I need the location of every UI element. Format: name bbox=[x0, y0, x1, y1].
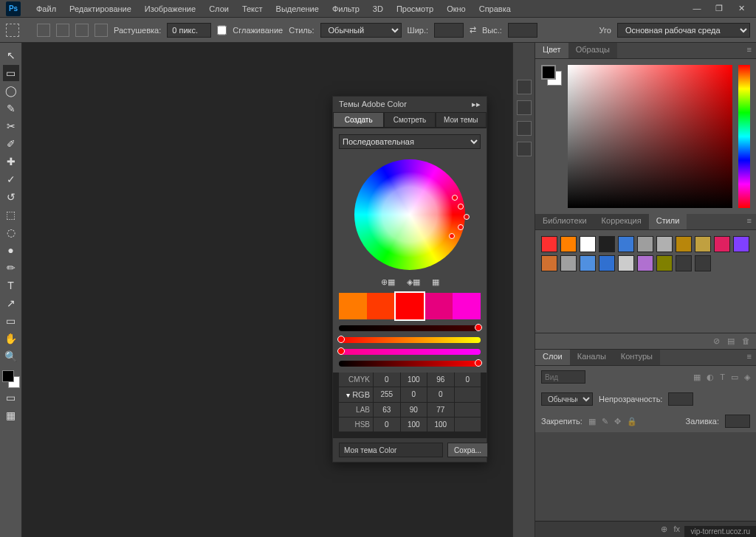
cmyk-label[interactable]: CMYK bbox=[339, 373, 373, 387]
layers-panel-option-icon-2[interactable]: ▤ bbox=[727, 336, 735, 346]
theme-name-input[interactable] bbox=[339, 443, 443, 457]
collapsed-panel-icon-3[interactable] bbox=[517, 121, 532, 136]
style-swatch-6[interactable] bbox=[656, 236, 673, 252]
layers-panel-menu-icon[interactable]: ≡ bbox=[743, 350, 756, 365]
color-swatches[interactable] bbox=[2, 370, 20, 388]
menu-text[interactable]: Текст bbox=[236, 4, 269, 13]
style-swatch-3[interactable] bbox=[599, 236, 615, 252]
menu-window[interactable]: Окно bbox=[440, 4, 472, 13]
rgb-b[interactable]: 0 bbox=[427, 387, 454, 402]
save-theme-button[interactable]: Сохра... bbox=[447, 443, 488, 457]
style-swatch-2[interactable] bbox=[580, 236, 596, 252]
panel-collapse-icon[interactable]: ▸▸ bbox=[472, 100, 481, 109]
tab-create[interactable]: Создать bbox=[333, 112, 384, 128]
swap-dimensions-icon[interactable]: ⇄ bbox=[470, 25, 476, 35]
width-input[interactable] bbox=[434, 23, 464, 38]
wheel-marker-4[interactable] bbox=[458, 224, 464, 230]
screenmode-tool[interactable]: ▦ bbox=[3, 407, 19, 423]
collapsed-panel-icon-1[interactable] bbox=[517, 80, 532, 94]
menu-select[interactable]: Выделение bbox=[269, 4, 326, 13]
tab-layers[interactable]: Слои bbox=[535, 350, 570, 365]
cmyk-m[interactable]: 100 bbox=[401, 373, 427, 387]
wheel-tool-set-active-icon[interactable]: ◈▦ bbox=[407, 277, 420, 287]
style-swatch-13[interactable] bbox=[580, 255, 596, 271]
link-layers-icon[interactable]: ⊕ bbox=[661, 524, 667, 534]
color-wheel[interactable] bbox=[354, 159, 465, 270]
lock-pixels-icon[interactable]: ✎ bbox=[602, 417, 608, 426]
eyedropper-tool[interactable]: ✐ bbox=[3, 136, 19, 152]
styles-panel-menu-icon[interactable]: ≡ bbox=[743, 214, 756, 229]
hsb-b[interactable]: 100 bbox=[427, 418, 454, 432]
style-swatch-1[interactable] bbox=[560, 236, 577, 252]
workspace-select[interactable]: Основная рабочая среда bbox=[617, 23, 750, 38]
brightness-slider-4[interactable] bbox=[339, 361, 481, 367]
tab-swatches[interactable]: Образцы bbox=[568, 43, 617, 58]
cmyk-c[interactable]: 0 bbox=[374, 373, 400, 387]
brightness-slider-2[interactable] bbox=[339, 337, 481, 343]
fill-input[interactable] bbox=[725, 415, 750, 428]
filter-shape-icon[interactable]: ▭ bbox=[731, 373, 738, 382]
menu-view[interactable]: Просмотр bbox=[390, 4, 440, 13]
lab-label[interactable]: LAB bbox=[339, 403, 373, 417]
wheel-marker-3[interactable] bbox=[464, 214, 470, 220]
lab-a[interactable]: 90 bbox=[401, 403, 427, 417]
style-swatch-10[interactable] bbox=[733, 236, 749, 252]
menu-3d[interactable]: 3D bbox=[366, 4, 390, 13]
color-field[interactable] bbox=[568, 65, 732, 208]
wheel-tool-add-icon[interactable]: ⊕▦ bbox=[381, 277, 395, 287]
style-swatch-8[interactable] bbox=[695, 236, 711, 252]
wheel-tool-grid-icon[interactable]: ▦ bbox=[432, 277, 439, 287]
style-swatch-empty-0[interactable] bbox=[676, 255, 692, 271]
lock-position-icon[interactable]: ✥ bbox=[614, 417, 621, 426]
result-swatch-1[interactable] bbox=[367, 293, 395, 319]
filter-pixel-icon[interactable]: ▦ bbox=[693, 373, 701, 382]
style-select[interactable]: Обычный bbox=[320, 23, 402, 38]
brightness-slider-3[interactable] bbox=[339, 349, 481, 355]
selection-mode-subtract-icon[interactable] bbox=[75, 24, 89, 37]
tab-channels[interactable]: Каналы bbox=[570, 350, 614, 365]
blur-tool[interactable]: ● bbox=[3, 242, 19, 258]
gradient-tool[interactable]: ◌ bbox=[3, 224, 19, 240]
selection-mode-add-icon[interactable] bbox=[56, 24, 69, 37]
filter-smart-icon[interactable]: ◈ bbox=[744, 373, 750, 382]
cmyk-k[interactable]: 0 bbox=[455, 373, 481, 387]
hsb-label[interactable]: HSB bbox=[339, 418, 373, 432]
shape-tool[interactable]: ▭ bbox=[3, 313, 19, 329]
style-swatch-12[interactable] bbox=[560, 255, 577, 271]
layers-list[interactable] bbox=[535, 432, 756, 521]
tab-color[interactable]: Цвет bbox=[535, 43, 568, 58]
filter-adjustment-icon[interactable]: ◐ bbox=[707, 373, 714, 382]
layers-filter-type[interactable] bbox=[541, 370, 585, 384]
tab-browse[interactable]: Смотреть bbox=[384, 112, 435, 128]
style-swatch-14[interactable] bbox=[599, 255, 615, 271]
close-icon[interactable]: ✕ bbox=[735, 4, 747, 13]
color-rule-select[interactable]: Последовательная bbox=[339, 134, 481, 149]
rgb-g[interactable]: 0 bbox=[401, 387, 427, 402]
marquee-tool-icon[interactable] bbox=[6, 24, 19, 37]
collapsed-panel-icon-4[interactable] bbox=[517, 142, 532, 156]
hsb-s[interactable]: 100 bbox=[401, 418, 427, 432]
brush-tool[interactable]: ✓ bbox=[3, 171, 19, 187]
antialias-checkbox[interactable] bbox=[217, 23, 227, 38]
healing-tool[interactable]: ✚ bbox=[3, 153, 19, 170]
hsb-h[interactable]: 0 bbox=[374, 418, 400, 432]
result-swatch-2[interactable] bbox=[396, 293, 424, 319]
lasso-tool[interactable]: ◯ bbox=[3, 83, 19, 99]
style-swatch-16[interactable] bbox=[637, 255, 653, 271]
result-swatch-0[interactable] bbox=[339, 293, 367, 319]
eraser-tool[interactable]: ⬚ bbox=[3, 207, 19, 223]
hue-strip[interactable] bbox=[738, 65, 750, 208]
style-swatch-9[interactable] bbox=[714, 236, 730, 252]
style-swatch-4[interactable] bbox=[618, 236, 634, 252]
menu-help[interactable]: Справка bbox=[472, 4, 518, 13]
opacity-input[interactable] bbox=[668, 392, 693, 406]
result-swatch-3[interactable] bbox=[424, 293, 452, 319]
height-input[interactable] bbox=[508, 23, 537, 38]
pen-tool[interactable]: ✏ bbox=[3, 260, 19, 276]
lock-transparency-icon[interactable]: ▦ bbox=[588, 417, 596, 426]
rgb-r[interactable]: 255 bbox=[374, 387, 400, 402]
tab-adjustments[interactable]: Коррекция bbox=[594, 214, 649, 229]
cmyk-y[interactable]: 96 bbox=[427, 373, 454, 387]
result-swatch-4[interactable] bbox=[453, 293, 481, 319]
marquee-tool[interactable]: ▭ bbox=[3, 65, 19, 81]
